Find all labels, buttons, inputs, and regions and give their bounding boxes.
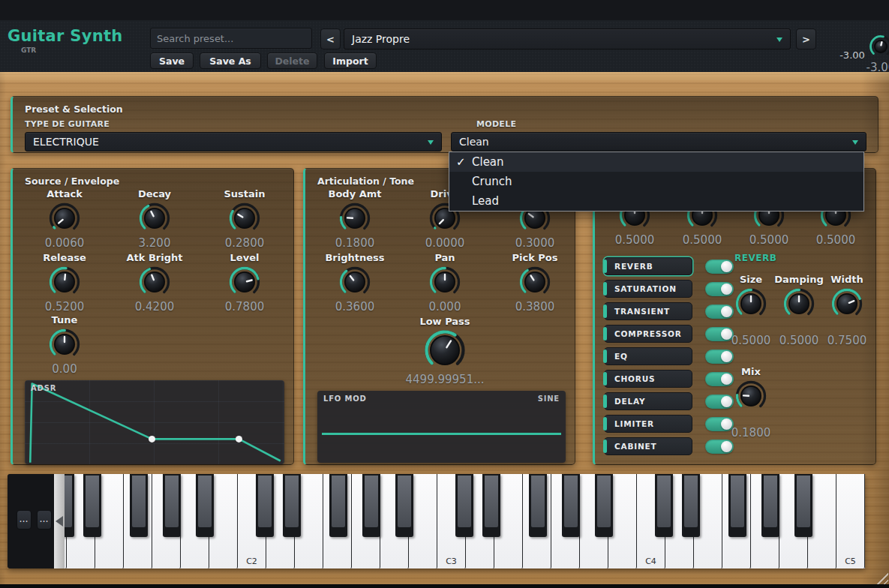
black-key-g#4[interactable]: [761, 474, 779, 537]
black-key-d#2[interactable]: [283, 474, 301, 537]
knob-dial-sustain[interactable]: [228, 202, 261, 235]
knob-dial-attack[interactable]: [48, 202, 81, 235]
black-key-c#2[interactable]: [256, 474, 274, 537]
knob-label: Pan: [434, 252, 455, 264]
black-key-face: [458, 476, 471, 527]
knob-tune: Tune0.00: [23, 314, 106, 376]
effect-item-saturation[interactable]: SATURATION: [604, 280, 692, 298]
keyboard-options-button-1[interactable]: ...: [17, 510, 32, 530]
effect-item-eq[interactable]: EQ: [604, 347, 692, 365]
knob-value: 0.0000: [425, 236, 465, 250]
knob-dial-body-amt[interactable]: [338, 202, 371, 235]
knob-dial-pick-pos[interactable]: [518, 266, 551, 298]
black-key-a#4[interactable]: [794, 474, 812, 537]
knob-dial-tune[interactable]: [48, 328, 81, 361]
black-key-d#4[interactable]: [682, 474, 700, 537]
menu-item-label: Lead: [472, 194, 499, 208]
preset-name-select[interactable]: Jazz Propre: [344, 28, 791, 50]
knob-dial-pan[interactable]: [428, 266, 461, 298]
guitar-type-select[interactable]: ELECTRIQUE: [25, 132, 442, 152]
effect-item-transient[interactable]: TRANSIENT: [604, 302, 692, 320]
black-key-a#1[interactable]: [196, 474, 214, 537]
knob-label: Sustain: [224, 188, 265, 200]
knob-value: 0.3000: [515, 236, 555, 250]
knob-label: Tune: [52, 314, 78, 326]
preset-next-button[interactable]: >: [796, 28, 816, 50]
model-label: MODELE: [476, 119, 516, 129]
effect-label: LIMITER: [614, 419, 654, 428]
menu-item-crunch[interactable]: Crunch: [449, 172, 863, 191]
effect-accent-bar: [603, 304, 607, 318]
adsr-point[interactable]: [149, 436, 155, 442]
menu-item-label: Crunch: [472, 175, 512, 188]
black-key-c#3[interactable]: [455, 474, 473, 537]
panel-title: Articulation / Tone: [317, 176, 414, 187]
black-key-face: [198, 476, 212, 527]
effect-item-chorus[interactable]: CHORUS: [604, 370, 692, 388]
knob-dial-level[interactable]: [228, 266, 261, 298]
black-key-face: [398, 476, 411, 527]
effect-toggle-eq[interactable]: [705, 350, 734, 364]
adsr-point[interactable]: [236, 436, 242, 442]
knob-value: 0.3800: [515, 300, 555, 314]
import-button[interactable]: Import: [324, 52, 377, 69]
white-key-c5[interactable]: C5: [836, 474, 865, 568]
black-key-a#3[interactable]: [595, 474, 613, 537]
effect-item-limiter[interactable]: LIMITER: [604, 415, 692, 433]
effect-item-delay[interactable]: DELAY: [604, 392, 692, 410]
black-key-f#3[interactable]: [529, 474, 547, 537]
menu-item-lead[interactable]: Lead: [449, 191, 863, 211]
knob-value: 0.7800: [225, 300, 265, 314]
keyboard-options-button-2[interactable]: ...: [37, 510, 52, 530]
black-key-g#2[interactable]: [362, 474, 380, 537]
black-key-a#2[interactable]: [395, 474, 413, 537]
delete-button[interactable]: Delete: [267, 52, 317, 69]
knob-dial-low-pass[interactable]: [424, 329, 466, 371]
black-key-face: [86, 476, 99, 527]
knob-value: 0.1800: [335, 236, 375, 250]
black-key-g#3[interactable]: [562, 474, 580, 537]
toggle-knob: [721, 261, 732, 272]
effect-label: TRANSIENT: [614, 307, 670, 316]
effect-accent-bar: [603, 394, 607, 408]
effect-item-cabinet[interactable]: CABINET: [604, 437, 692, 455]
search-preset-input[interactable]: [150, 28, 312, 49]
black-key-f#1[interactable]: [130, 474, 148, 537]
effect-item-compressor[interactable]: COMPRESSOR: [604, 325, 692, 343]
lfo-graph: LFO MOD SINE: [317, 391, 566, 463]
black-key-f#4[interactable]: [728, 474, 746, 537]
black-key-f#2[interactable]: [329, 474, 347, 537]
guitar-synth-window: Guitar Synth GTR Save Save As Delete Imp…: [0, 0, 889, 588]
black-key-face: [258, 476, 272, 527]
black-key-d#1[interactable]: [83, 474, 101, 537]
master-volume-value: -3.00: [830, 50, 875, 61]
knob-dial-release[interactable]: [48, 266, 81, 298]
knob-dial-width[interactable]: [830, 287, 863, 320]
keyboard-scroll-left-button[interactable]: [54, 474, 65, 568]
effect-toggle-reverb[interactable]: [705, 260, 734, 274]
preset-prev-button[interactable]: <: [320, 28, 341, 50]
adsr-graph[interactable]: ADSR: [25, 380, 284, 464]
black-key-g#1[interactable]: [163, 474, 181, 537]
black-key-c#4[interactable]: [655, 474, 673, 537]
knob-dial-brightness[interactable]: [338, 266, 371, 298]
effect-item-reverb[interactable]: REVERB: [604, 257, 692, 275]
knob-dial-atk-bright[interactable]: [138, 266, 171, 298]
menu-item-clean[interactable]: ✓Clean: [449, 152, 863, 172]
effect-label: CABINET: [614, 442, 656, 451]
effect-accent-bar: [603, 372, 607, 386]
effect-accent-bar: [603, 440, 607, 453]
knob-label: Release: [43, 252, 86, 264]
save-as-button[interactable]: Save As: [200, 52, 261, 69]
black-key-c#1[interactable]: [65, 474, 74, 537]
knob-value: 0.5200: [45, 300, 85, 314]
dropdown-caret-icon: [428, 140, 434, 145]
knob-dial-mix[interactable]: [734, 380, 767, 412]
save-button[interactable]: Save: [150, 52, 194, 69]
model-select[interactable]: Clean: [451, 132, 866, 152]
black-key-d#3[interactable]: [482, 474, 500, 537]
knob-dial-decay[interactable]: [138, 202, 171, 235]
effects-panel: REVERB REVERBSATURATIONTRANSIENTCOMPRESS…: [593, 168, 876, 465]
app-subtitle: GTR: [21, 46, 36, 54]
effect-toggle-cabinet[interactable]: [705, 440, 734, 454]
